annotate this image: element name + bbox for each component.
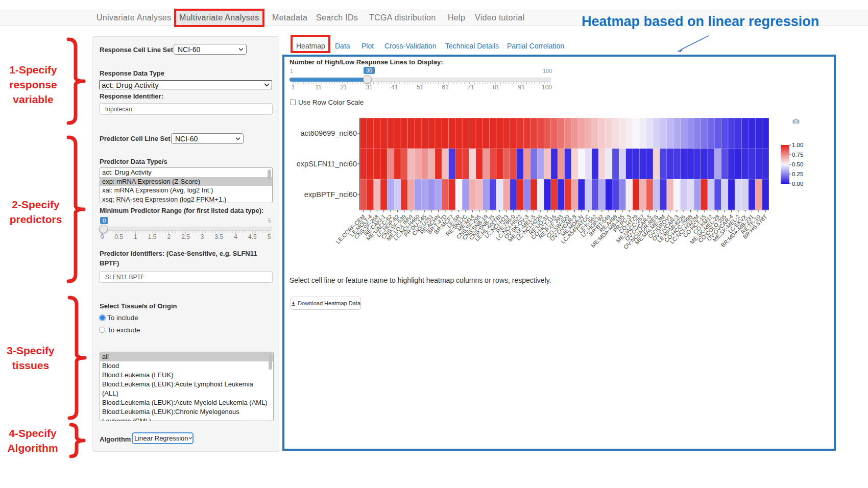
- svg-text:0.25: 0.25: [792, 171, 803, 177]
- svg-text:0.50: 0.50: [792, 161, 803, 167]
- svg-text:expBPTF_nci60: expBPTF_nci60: [304, 190, 357, 199]
- svg-text:1.00: 1.00: [792, 142, 803, 148]
- svg-text:0.00: 0.00: [792, 181, 803, 187]
- svg-text:act609699_nci60: act609699_nci60: [301, 129, 357, 137]
- svg-text:0.75: 0.75: [792, 152, 803, 158]
- svg-text:expSLFN11_nci60: expSLFN11_nci60: [297, 160, 357, 168]
